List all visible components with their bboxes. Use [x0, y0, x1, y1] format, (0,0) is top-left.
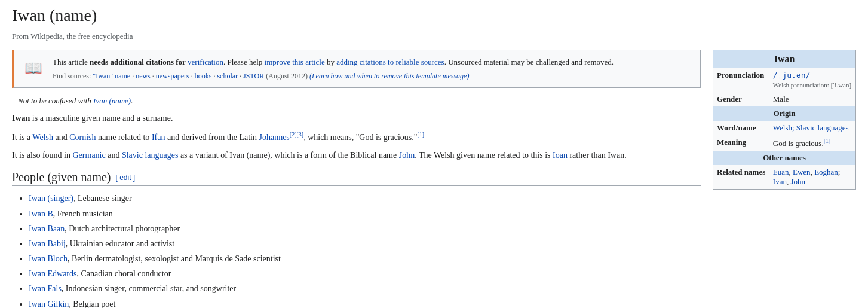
- learn-link[interactable]: (Learn how and when to remove this templ…: [309, 72, 470, 80]
- find-newspapers-link[interactable]: newspapers: [156, 72, 189, 80]
- paragraph-1: Iwan is a masculine given name and a sur…: [12, 112, 701, 125]
- gender-label: Gender: [713, 92, 769, 106]
- notice-by: by: [325, 57, 337, 66]
- page-subtitle: From Wikipedia, the free encyclopedia: [12, 32, 856, 41]
- meaning-text: God is gracious.: [773, 139, 824, 148]
- infobox-row-meaning: Meaning God is gracious.[1]: [713, 135, 855, 151]
- improve-link[interactable]: improve this article: [265, 57, 325, 66]
- john-link[interactable]: John: [399, 151, 415, 160]
- find-news-link[interactable]: news: [136, 72, 151, 80]
- list-item: Iwan Fals, Indonesian singer, commercial…: [29, 281, 701, 296]
- adding-citations-link[interactable]: adding citations to reliable sources: [336, 57, 444, 66]
- ewen-link[interactable]: Ewen: [793, 167, 811, 176]
- people-heading: People (given name) [ edit ]: [12, 170, 701, 186]
- find-sources: Find sources: "Iwan" name · news · newsp…: [53, 71, 614, 81]
- notice-text-before: This article: [53, 57, 90, 66]
- sup-ref-1: [1]: [417, 131, 424, 138]
- johannes-link[interactable]: Johannes: [259, 133, 289, 142]
- welsh-slavic-link[interactable]: Welsh; Slavic languages: [773, 123, 849, 132]
- find-jstor-link[interactable]: JSTOR: [243, 72, 264, 80]
- infobox-row-pronunciation: Pronunciation /ˌju.ən/ Welsh pronunciati…: [713, 68, 855, 92]
- gender-value: Male: [769, 92, 855, 106]
- iwan-baan-link[interactable]: Iwan Baan: [29, 224, 65, 233]
- pronunciation-label: Pronunciation: [713, 68, 769, 92]
- verification-link[interactable]: verification: [188, 57, 223, 66]
- list-item: Iwan Baan, Dutch architectural photograp…: [29, 221, 701, 236]
- ivan-name-link[interactable]: Ivan (name): [93, 96, 131, 105]
- iwan-singer-desc: , Lebanese singer: [73, 194, 132, 203]
- iwan-singer-link[interactable]: Iwan (singer): [29, 194, 73, 203]
- wordname-label: Word/name: [713, 121, 769, 135]
- meaning-value: God is gracious.[1]: [769, 135, 855, 151]
- notice-bold: needs additional citations for: [90, 57, 186, 66]
- derived-text: and derived from the Latin: [165, 133, 259, 142]
- meaning-label: Meaning: [713, 135, 769, 151]
- name-text: name related to: [96, 133, 152, 142]
- list-item: Iwan (singer), Lebanese singer: [29, 191, 701, 206]
- iwan-fals-desc: , Indonesian singer, commercial star, an…: [62, 284, 236, 293]
- cornish-link[interactable]: Cornish: [69, 133, 96, 142]
- welsh-link[interactable]: Welsh: [32, 133, 53, 142]
- Ioan-link[interactable]: Ioan: [553, 151, 568, 160]
- and-2: and: [106, 151, 122, 160]
- iwan-bloch-link[interactable]: Iwan Bloch: [29, 254, 68, 263]
- find-scholar-link[interactable]: scholar: [217, 72, 238, 80]
- wordname-value: Welsh; Slavic languages: [769, 121, 855, 135]
- iwan-bloch-desc: , Berlin dermatologist, sexologist and M…: [68, 254, 281, 263]
- notice-text: This article needs additional citations …: [53, 56, 614, 81]
- means-text: , which means, "God is gracious.": [303, 133, 417, 142]
- notice-unsourced: . Unsourced material may be challenged a…: [444, 57, 614, 66]
- paragraph-2: It is a Welsh and Cornish name related t…: [12, 130, 701, 144]
- page-title: Iwan (name): [12, 6, 856, 28]
- pronunciation-value: /ˌju.ən/ Welsh pronunciation: [ˈi.wan]: [769, 68, 855, 92]
- notice-date: (August 2012): [266, 72, 308, 80]
- infobox-row-gender: Gender Male: [713, 92, 855, 106]
- find-books-link[interactable]: books: [195, 72, 212, 80]
- notice-icon: 📖: [22, 56, 45, 80]
- ivan-link[interactable]: Ivan: [773, 177, 787, 186]
- ifan-link[interactable]: Ifan: [152, 133, 165, 142]
- infobox-table: Pronunciation /ˌju.ən/ Welsh pronunciati…: [713, 68, 855, 189]
- infobox-row-wordname: Word/name Welsh; Slavic languages: [713, 121, 855, 135]
- iwan-fals-link[interactable]: Iwan Fals: [29, 284, 62, 293]
- find-name-link[interactable]: "Iwan" name: [93, 72, 130, 80]
- infobox: Iwan Pronunciation /ˌju.ən/ Welsh pronun…: [713, 50, 856, 190]
- list-item: Iwan Babij, Ukrainian educator and activ…: [29, 236, 701, 251]
- notice-help: . Please help: [223, 57, 265, 66]
- john-infobox-link[interactable]: John: [790, 177, 805, 186]
- infobox-row-origin-header: Origin: [713, 106, 855, 121]
- para1-rest: is a masculine given name and a surname.: [30, 114, 173, 123]
- related-label: Related names: [713, 165, 769, 189]
- iwan-baan-desc: , Dutch architectural photographer: [65, 224, 180, 233]
- meaning-sup: [1]: [824, 138, 831, 144]
- iwan-edwards-link[interactable]: Iwan Edwards: [29, 269, 76, 278]
- not-confused-text: Not to be confused with: [18, 96, 91, 105]
- infobox-title: Iwan: [713, 50, 855, 68]
- list-item: Iwan Gilkin, Belgian poet: [29, 297, 701, 308]
- iwan-edwards-desc: , Canadian choral conductor: [76, 269, 171, 278]
- eoghan-link[interactable]: Eoghan: [814, 167, 838, 176]
- list-item: Iwan B, French musician: [29, 206, 701, 221]
- citation-notice: 📖 This article needs additional citation…: [12, 50, 701, 88]
- welsh-pronunciation: Welsh pronunciation: [ˈi.wan]: [773, 81, 851, 89]
- iwan-babij-link[interactable]: Iwan Babij: [29, 239, 66, 248]
- welsh-related-text: . The Welsh given name related to this i…: [415, 151, 553, 160]
- para2-start: It is a: [12, 133, 32, 142]
- variant-text: as a variant of Ivan (name), which is a …: [178, 151, 398, 160]
- slavic-link[interactable]: Slavic languages: [122, 151, 178, 160]
- related-value: Euan, Ewen, Eoghan;Ivan, John: [769, 165, 855, 189]
- other-names-header: Other names: [713, 151, 855, 165]
- iwan-bold: Iwan: [12, 114, 30, 123]
- iwan-gilkin-link[interactable]: Iwan Gilkin: [29, 300, 69, 308]
- iwan-b-link[interactable]: Iwan B: [29, 209, 53, 218]
- people-list: Iwan (singer), Lebanese singer Iwan B, F…: [12, 191, 701, 308]
- paragraph-3: It is also found in Germanic and Slavic …: [12, 149, 701, 162]
- find-sources-label: Find sources:: [53, 72, 91, 80]
- germanic-link[interactable]: Germanic: [73, 151, 106, 160]
- iwan-b-desc: , French musician: [53, 209, 113, 218]
- euan-link[interactable]: Euan: [773, 167, 789, 176]
- list-item: Iwan Bloch, Berlin dermatologist, sexolo…: [29, 251, 701, 266]
- infobox-row-other-names-header: Other names: [713, 151, 855, 165]
- people-edit-link[interactable]: [ edit ]: [116, 173, 136, 182]
- rather-text: rather than Iwan.: [568, 151, 627, 160]
